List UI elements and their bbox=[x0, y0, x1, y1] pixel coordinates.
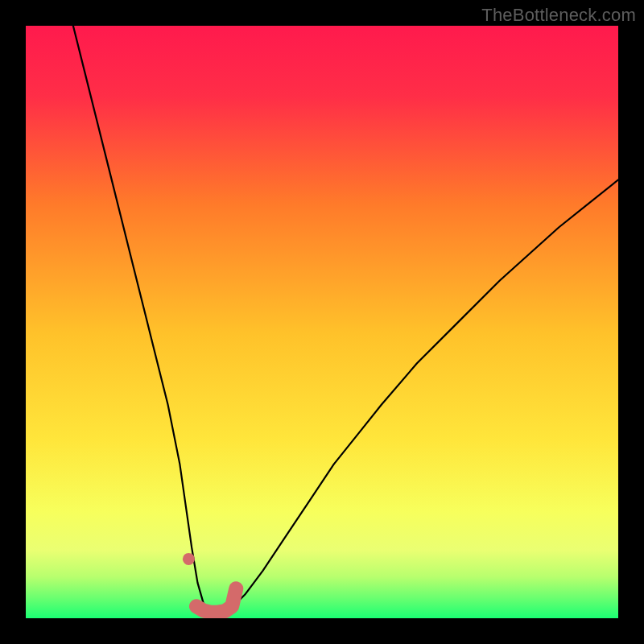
chart-svg bbox=[26, 26, 618, 618]
gradient-background bbox=[26, 26, 618, 618]
chart-frame: TheBottleneck.com bbox=[0, 0, 644, 644]
sweet-spot-dot bbox=[183, 553, 195, 565]
watermark-text: TheBottleneck.com bbox=[481, 5, 636, 26]
plot-area bbox=[26, 26, 618, 618]
